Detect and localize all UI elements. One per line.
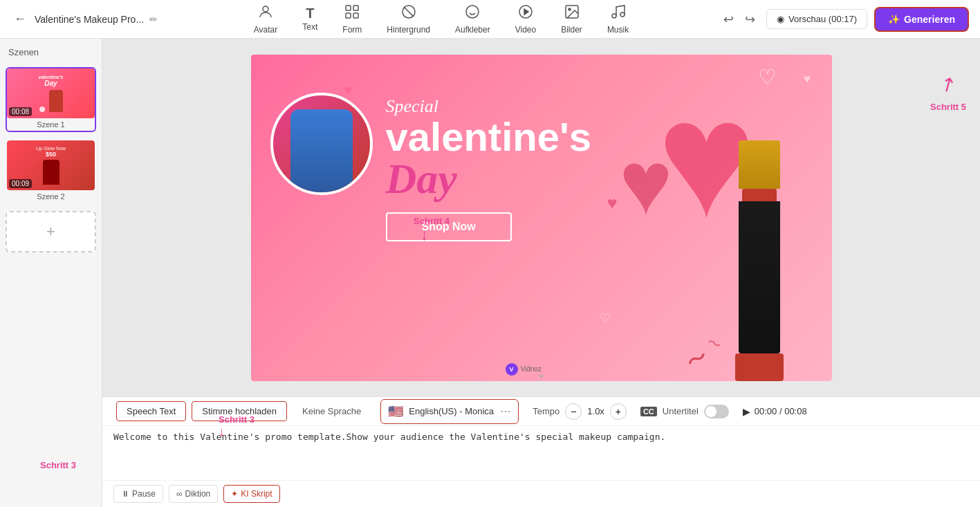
- language-more-icon[interactable]: ⋯: [500, 405, 511, 418]
- toolbar-center: Avatar T Text Form Hintergrund Aufkleber: [163, 0, 719, 39]
- time-value: 00:00 / 00:08: [755, 406, 807, 416]
- canvas-valentines-text: valentine's: [386, 117, 591, 157]
- undo-redo-group: ↩ ↪: [719, 9, 759, 30]
- diktion-button[interactable]: ∞ Diktion: [169, 485, 218, 503]
- tempo-minus-button[interactable]: −: [565, 403, 582, 420]
- edit-icon[interactable]: ✏: [149, 14, 158, 25]
- canvas-day-text: Day: [386, 157, 591, 200]
- canvas-area: Schritt 4 ↓ ♡ ♥ ♡ ♥ ♡ ♥ ♥: [102, 39, 980, 396]
- heart-decoration-5: ♡: [600, 311, 611, 326]
- sidebar-title: Szenen: [6, 47, 96, 57]
- lipstick-base: [735, 353, 784, 381]
- schritt5-label: Schritt 5: [930, 102, 966, 112]
- keine-sprache-tab[interactable]: Keine Sprache: [290, 398, 373, 425]
- bottom-panel: Speech Text Stimme hochladen Keine Sprac…: [102, 396, 980, 507]
- preview-icon: ◉: [777, 14, 784, 24]
- svg-rect-4: [353, 13, 358, 18]
- add-scene-icon: +: [46, 223, 55, 241]
- schritt4-annotation: Schritt 4 ↓: [414, 216, 450, 244]
- tool-hintergrund-label: Hintergrund: [387, 25, 430, 35]
- scene-thumb-2[interactable]: Lip Glow Now $50 00:09 Szene 2: [6, 139, 96, 204]
- back-button[interactable]: ←: [11, 9, 29, 29]
- tool-text-label: Text: [302, 22, 317, 32]
- tempo-control: Tempo − 1.0x +: [533, 403, 627, 420]
- generate-label: Generieren: [904, 14, 955, 25]
- heart-decoration-4: ♥: [607, 193, 618, 213]
- schritt4-arrow: ↓: [420, 226, 450, 244]
- main-layout: Szenen valentine's Day 00:08 Szene 1: [0, 39, 980, 507]
- toggle-knob: [705, 406, 716, 417]
- svg-point-14: [612, 14, 616, 18]
- tool-bilder-label: Bilder: [561, 25, 582, 35]
- language-name: English(US) - Monica: [409, 406, 494, 416]
- svg-rect-1: [346, 6, 351, 10]
- tool-form-label: Form: [342, 25, 362, 35]
- sidebar: Szenen valentine's Day 00:08 Szene 1: [0, 39, 102, 507]
- generate-button[interactable]: ✨ Generieren: [874, 7, 969, 32]
- tempo-label: Tempo: [533, 406, 560, 416]
- pause-label: Pause: [132, 489, 156, 499]
- tool-text[interactable]: T Text: [290, 2, 330, 36]
- play-icon: ▶: [743, 406, 750, 417]
- lipstick-decoration: [725, 140, 794, 381]
- canvas-wrapper: ♡ ♥ ♡ ♥ ♡ ♥ ♥ ♥ Special: [251, 55, 832, 381]
- preview-button[interactable]: ◉ Vorschau (00:17): [766, 9, 867, 29]
- time-display: ▶ 00:00 / 00:08: [743, 406, 807, 417]
- ki-skript-button[interactable]: ✦ KI Skript: [223, 485, 279, 503]
- language-selector[interactable]: 🇺🇸 English(US) - Monica ⋯: [380, 399, 519, 424]
- undo-button[interactable]: ↩: [719, 9, 738, 30]
- tool-bilder[interactable]: Bilder: [548, 0, 595, 39]
- tempo-value: 1.0x: [587, 406, 604, 416]
- add-scene-button[interactable]: +: [6, 211, 96, 252]
- scroll-indicator: ⌄: [536, 366, 546, 381]
- tool-avatar[interactable]: Avatar: [241, 0, 290, 39]
- heart-decoration-2: ♥: [804, 72, 811, 86]
- redo-button[interactable]: ↪: [741, 9, 759, 30]
- aufkleber-icon: [464, 3, 481, 23]
- schritt5-arrow-icon: ↗: [936, 71, 961, 98]
- schritt3-label: Schritt 3: [40, 460, 76, 470]
- svg-point-13: [568, 8, 571, 10]
- schritt3-arrow-down: ↓: [219, 425, 255, 439]
- scene-1-thumbnail: valentine's Day 00:08: [7, 68, 95, 118]
- subtitle-toggle[interactable]: [704, 405, 729, 418]
- tool-musik-label: Musik: [607, 25, 629, 35]
- heart-decoration-1: ♡: [758, 65, 777, 89]
- tool-avatar-label: Avatar: [254, 25, 277, 35]
- svg-rect-2: [353, 6, 358, 10]
- tool-musik[interactable]: Musik: [595, 0, 641, 39]
- tool-hintergrund[interactable]: Hintergrund: [374, 0, 443, 39]
- scene-2-label: Szene 2: [7, 190, 95, 203]
- scene-thumb-1[interactable]: valentine's Day 00:08 Szene 1: [6, 67, 96, 132]
- content-area: Schritt 4 ↓ ♡ ♥ ♡ ♥ ♡ ♥ ♥: [102, 39, 980, 507]
- avatar-icon: [257, 3, 274, 23]
- toolbar-left: ← Valentine's Makeup Pro... ✏: [11, 9, 163, 29]
- tool-form[interactable]: Form: [330, 0, 374, 39]
- bottom-toolbar: Schritt 3 ⏸ Pause ∞ Diktion ✦ KI Skript: [102, 480, 980, 507]
- tool-video[interactable]: Video: [503, 0, 548, 39]
- scene-2-thumbnail: Lip Glow Now $50 00:09: [7, 140, 95, 190]
- heart-balloon-medium: ♥: [619, 138, 672, 228]
- lipstick-tip: [742, 189, 777, 203]
- language-flag: 🇺🇸: [388, 404, 403, 419]
- bilder-icon: [564, 3, 580, 23]
- avatar-circle: [270, 93, 373, 195]
- toolbar: ← Valentine's Makeup Pro... ✏ Avatar T T…: [0, 0, 980, 39]
- svg-point-0: [263, 6, 268, 12]
- canvas-frame[interactable]: ♡ ♥ ♡ ♥ ♡ ♥ ♥ ♥ Special: [251, 55, 832, 381]
- tool-video-label: Video: [515, 25, 536, 35]
- pause-icon: ⏸: [121, 489, 129, 499]
- vidnoz-logo: V: [506, 363, 518, 376]
- form-icon: [344, 3, 360, 23]
- cc-icon: CC: [640, 407, 657, 416]
- speech-text-tab[interactable]: Speech Text: [116, 401, 186, 421]
- scene-1-label: Szene 1: [7, 118, 95, 131]
- schritt3-external-label: Schritt 3: [219, 414, 255, 425]
- svg-marker-11: [524, 9, 528, 15]
- tool-aufkleber[interactable]: Aufkleber: [443, 0, 503, 39]
- toolbar-right: ↩ ↪ ◉ Vorschau (00:17) ✨ Generieren: [719, 7, 969, 32]
- heart-avatar-top: ♥: [344, 82, 353, 98]
- tempo-plus-button[interactable]: +: [610, 403, 627, 420]
- musik-icon: [610, 3, 627, 23]
- pause-button[interactable]: ⏸ Pause: [113, 485, 163, 503]
